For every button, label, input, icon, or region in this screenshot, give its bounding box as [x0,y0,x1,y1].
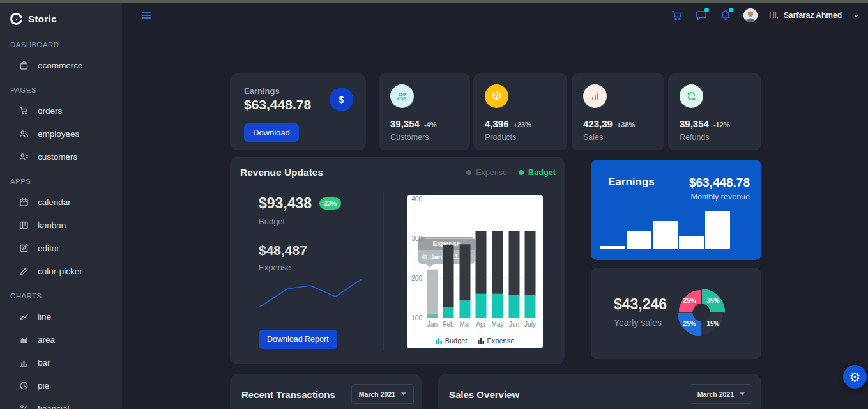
period-value: March 2021 [359,390,395,398]
sidebar-item-editor[interactable]: editor [0,236,122,259]
monthly-earnings-subtitle: Monthly revenue [689,192,750,201]
svg-text:Jan: Jan [427,321,438,328]
sidebar-item-kanban[interactable]: kanban [0,213,122,236]
greeting-text: Hi, [769,11,779,20]
svg-text:July: July [524,321,536,328]
sidebar-item-label: kanban [38,220,66,230]
svg-text:35%: 35% [706,297,719,304]
pie-chart-icon [19,381,29,390]
legend-bars-icon [436,337,442,344]
yearly-sales-value: $43,246 [614,296,667,313]
stat-value: 39,354 [680,118,709,129]
yearly-sales-donut-chart[interactable]: 35%15%25%25% [666,277,737,351]
notifications-button[interactable] [719,9,732,22]
sidebar-section-dashboard: DASHBOARD [10,41,112,52]
yearly-sales-panel: $43,246 Yearly sales 35%15%25%25% [591,268,761,359]
revenue-bar-chart[interactable]: 100200300400JanFebMarAprMayJunJuly [407,195,543,334]
legend-label: Expense [487,337,515,344]
sidebar-item-label: bar [38,358,50,367]
sidebar-item-label: color-picker [38,266,82,276]
stat-value: 423,39 [583,118,613,129]
divider [383,192,384,351]
sidebar-item-line[interactable]: line [0,305,122,328]
sales-overview-panel: Sales Overview March 2021 [438,374,761,409]
revenue-updates-panel: Revenue Updates Expense Budget $93,438 2… [230,157,565,364]
stat-delta: +38% [617,121,635,128]
chevron-down-icon[interactable] [853,13,859,19]
sidebar-item-area[interactable]: area [0,328,122,351]
sidebar-item-color-picker[interactable]: color-picker [0,259,122,282]
gear-icon: ⚙ [849,369,861,385]
monthly-earnings-value: $63,448.78 [689,176,750,190]
period-select[interactable]: March 2021 [351,384,414,404]
period-select[interactable]: March 2021 [690,384,752,404]
refresh-icon [686,91,697,102]
legend-bars-icon [478,337,484,344]
download-button[interactable]: Download [244,123,299,142]
panel-title: Earnings [608,176,655,189]
period-value: March 2021 [697,390,734,398]
stat-label: Sales [583,133,653,142]
monthly-earnings-panel: Earnings $63,448.78 Monthly revenue [591,160,761,260]
sidebar-item-calendar[interactable]: calendar [0,190,122,213]
legend-budget-toggle[interactable]: Budget [519,168,556,177]
sidebar-item-financial[interactable]: financial [0,397,122,409]
settings-button[interactable]: ⚙ [843,365,867,389]
budget-value: $93,438 [259,195,312,212]
stat-card-products: 4,396 +23% Products [473,73,567,150]
stat-delta: +23% [514,121,531,128]
sidebar-item-ecommerce[interactable]: ecommerce [0,54,122,77]
stat-label: Refunds [680,133,750,142]
user-avatar[interactable] [743,8,758,22]
sidebar-item-customers[interactable]: customers [0,145,122,168]
sidebar-item-employees[interactable]: employees [0,122,122,145]
legend-expense-toggle[interactable]: Expense [466,168,507,177]
stat-label: Products [485,133,556,142]
svg-text:25%: 25% [683,297,696,304]
notification-dot [729,8,733,12]
stat-value: 39,354 [390,118,420,129]
user-name[interactable]: Sarfaraz Ahmed [784,11,842,20]
chart-legend-expense[interactable]: Expense [478,337,515,344]
sidebar-item-label: calendar [38,197,71,207]
sidebar-item-bar[interactable]: bar [0,351,122,374]
expense-label: Expense [259,263,380,272]
sidebar-section-apps: APPS [10,178,112,189]
svg-text:400: 400 [411,196,422,203]
budget-sparkline [255,272,367,318]
chart-legend-budget[interactable]: Budget [436,337,468,344]
brand-logo[interactable]: Storic [0,3,122,31]
chevron-down-icon [401,392,406,396]
stat-card-customers: 39,354 -4% Customers [379,73,470,150]
svg-text:Mar: Mar [459,321,471,328]
line-chart-icon [19,312,29,321]
cart-icon [19,106,29,116]
legend-dot [519,170,524,175]
customers-icon [19,152,29,162]
sidebar-item-label: area [38,335,55,344]
cart-icon [671,9,683,22]
sidebar-section-pages: PAGES [10,86,112,98]
svg-text:25%: 25% [683,320,696,327]
sidebar-item-label: pie [38,381,49,390]
cart-button[interactable] [671,9,683,22]
messages-button[interactable] [695,9,708,22]
sidebar-item-orders[interactable]: orders [0,99,122,122]
sidebar-item-label: financial [38,404,70,409]
sidebar-item-label: editor [38,243,59,253]
svg-text:200: 200 [411,275,422,282]
svg-text:May: May [492,321,504,328]
calendar-icon [19,197,29,207]
stat-card-sales: 423,39 +38% Sales [572,73,664,150]
cube-icon [491,91,502,102]
svg-text:Apr: Apr [476,321,486,328]
stat-card-refunds: 39,354 -12% Refunds [668,73,761,150]
svg-text:300: 300 [411,235,422,242]
dollar-icon[interactable]: $ [330,88,353,111]
menu-toggle-button[interactable] [142,12,151,19]
budget-badge: 23% [319,197,341,210]
bar-chart-icon [19,358,29,367]
sidebar-item-pie[interactable]: pie [0,374,122,397]
svg-text:Feb: Feb [443,321,454,328]
download-report-button[interactable]: Download Report [259,330,337,349]
